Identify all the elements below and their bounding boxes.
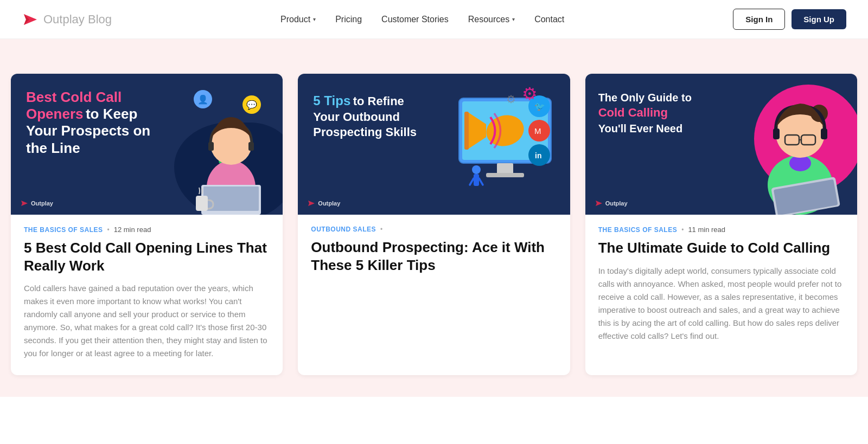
svg-rect-8: [196, 196, 208, 211]
card-dot-1: •: [107, 226, 110, 234]
card-meta-1: THE BASICS OF SALES • 12 min read: [24, 226, 270, 234]
nav-customer-stories[interactable]: Customer Stories: [381, 15, 449, 24]
gear-icon-2: ⚙: [506, 93, 516, 106]
card3-line3: You'll Ever Need: [598, 121, 692, 136]
outplay-mini-icon-2: [308, 200, 315, 207]
blog-section: 📞 💬 👤: [0, 74, 868, 397]
blog-grid: 📞 💬 👤: [11, 74, 857, 375]
gear-icon: ⚙: [522, 83, 538, 104]
logo-icon: [22, 11, 39, 28]
logo-text: Outplay Blog: [43, 12, 112, 27]
card-excerpt-1: Cold callers have gained a bad reputatio…: [24, 282, 270, 360]
badge-label-3: Outplay: [605, 200, 628, 207]
svg-text:in: in: [535, 151, 541, 160]
card-title-2[interactable]: Outbound Prospecting: Ace it With These …: [311, 239, 557, 274]
card-title-1[interactable]: 5 Best Cold Call Opening Lines That Real…: [24, 239, 270, 274]
card-image-3: The Only Guide to Cold Calling You'll Ev…: [585, 74, 857, 215]
main-nav: Product ▾ Pricing Customer Stories Resou…: [280, 15, 564, 24]
outplay-badge-3: Outplay: [595, 200, 628, 207]
svg-rect-13: [486, 173, 524, 177]
signup-button[interactable]: Sign Up: [792, 9, 846, 29]
card-category-3: THE BASICS OF SALES: [598, 226, 678, 234]
monitor-illustration: 🐦 M in: [443, 82, 567, 207]
blog-card-3[interactable]: The Only Guide to Cold Calling You'll Ev…: [585, 74, 857, 375]
card-category-1: THE BASICS OF SALES: [24, 226, 103, 234]
svg-rect-4: [208, 142, 214, 151]
chevron-down-icon-2: ▾: [512, 16, 515, 22]
logo-name: Outplay: [43, 12, 85, 26]
nav-contact-label: Contact: [534, 15, 564, 24]
outplay-badge-1: Outplay: [21, 200, 53, 207]
person-illustration-3: [741, 76, 857, 215]
svg-rect-30: [821, 128, 827, 139]
svg-marker-9: [21, 201, 28, 206]
person-illustration-1: [190, 101, 272, 215]
chevron-down-icon: ▾: [313, 16, 316, 22]
card-image-1: 📞 💬 👤: [11, 74, 283, 215]
svg-marker-36: [596, 201, 602, 206]
card-body-3: THE BASICS OF SALES • 11 min read The Ul…: [585, 215, 857, 358]
nav-pricing[interactable]: Pricing: [335, 15, 362, 24]
svg-rect-12: [497, 163, 513, 174]
outplay-mini-icon-3: [595, 200, 603, 207]
svg-rect-29: [773, 128, 780, 139]
card-title-3[interactable]: The Ultimate Guide to Cold Calling: [598, 239, 844, 257]
card1-image-text: Best Cold Call Openers to Keep Your Pros…: [26, 89, 156, 157]
card3-highlight: Cold Calling: [598, 105, 692, 121]
card3-line1: The Only Guide to: [598, 90, 692, 105]
nav-product-label: Product: [280, 15, 310, 24]
card-category-2: OUTBOUND SALES: [311, 226, 376, 233]
card-image-2: 🐦 M in 5 Tips to RefineYour OutboundPros…: [298, 74, 570, 215]
card2-image-text: 5 Tips to RefineYour OutboundProspecting…: [313, 93, 417, 140]
nav-resources[interactable]: Resources ▾: [468, 15, 515, 24]
badge-label-1: Outplay: [31, 200, 53, 207]
header: Outplay Blog Product ▾ Pricing Customer …: [0, 0, 868, 39]
nav-customer-stories-label: Customer Stories: [381, 15, 449, 24]
nav-product[interactable]: Product ▾: [280, 15, 316, 24]
nav-contact[interactable]: Contact: [534, 15, 564, 24]
card-body-2: OUTBOUND SALES • Outbound Prospecting: A…: [298, 215, 570, 297]
card-excerpt-3: In today's digitally adept world, consum…: [598, 265, 844, 343]
card-read-3: 11 min read: [688, 226, 725, 234]
svg-point-16: [472, 165, 481, 174]
hero-band: [0, 39, 868, 74]
badge-label-2: Outplay: [318, 200, 340, 207]
logo[interactable]: Outplay Blog: [22, 11, 112, 28]
card2-highlight: 5 Tips: [313, 93, 350, 108]
outplay-badge-2: Outplay: [308, 200, 340, 207]
card-meta-3: THE BASICS OF SALES • 11 min read: [598, 226, 844, 234]
card-body-1: THE BASICS OF SALES • 12 min read 5 Best…: [11, 215, 283, 375]
signin-button[interactable]: Sign In: [733, 9, 785, 30]
logo-sub: Blog: [88, 12, 112, 26]
svg-rect-17: [474, 174, 479, 186]
svg-rect-15: [464, 112, 469, 150]
svg-text:M: M: [534, 126, 541, 136]
blog-card-2[interactable]: 🐦 M in 5 Tips to RefineYour OutboundPros…: [298, 74, 570, 375]
card-dot-3: •: [681, 226, 684, 234]
card-read-1: 12 min read: [114, 226, 151, 234]
svg-rect-5: [248, 142, 254, 151]
svg-marker-24: [308, 201, 315, 206]
nav-resources-label: Resources: [468, 15, 509, 24]
outplay-mini-icon: [21, 200, 28, 207]
card3-image-text: The Only Guide to Cold Calling You'll Ev…: [598, 90, 692, 136]
card-dot-2: •: [380, 226, 382, 233]
header-actions: Sign In Sign Up: [733, 9, 846, 30]
card-meta-2: OUTBOUND SALES •: [311, 226, 557, 233]
nav-pricing-label: Pricing: [335, 15, 362, 24]
blog-card-1[interactable]: 📞 💬 👤: [11, 74, 283, 375]
svg-marker-0: [24, 14, 37, 25]
